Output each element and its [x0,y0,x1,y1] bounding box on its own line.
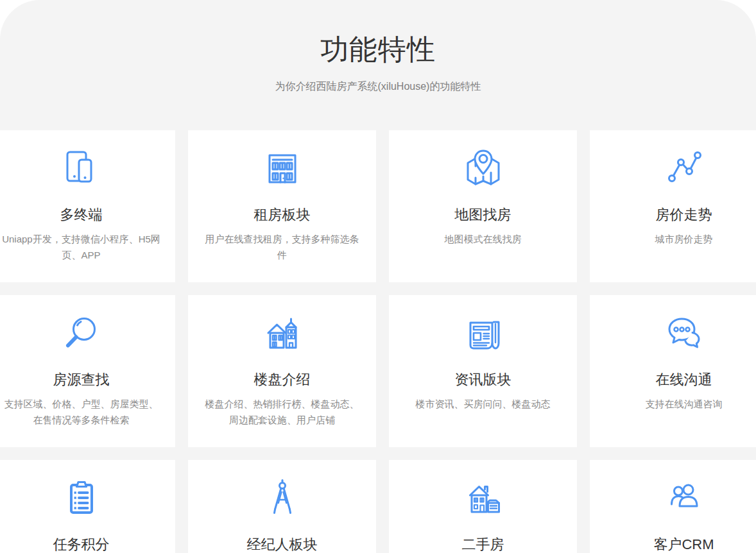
feature-title: 资讯版块 [389,372,577,387]
feature-card-secondhand-house: 二手房 [389,460,577,553]
feature-card-price-trend: 房价走势 城市房价走势 [590,130,756,282]
devices-icon [0,148,175,189]
feature-desc: 城市房价走势 [590,231,756,247]
feature-card-customer-crm: 客户CRM [590,460,756,553]
feature-desc: Uniapp开发，支持微信小程序、H5网页、APP [0,231,175,263]
house-icon [389,478,577,519]
section-subtitle: 为你介绍西陆房产系统(xiluHouse)的功能特性 [275,80,481,94]
feature-card-estate-intro: 楼盘介绍 楼盘介绍、热销排行榜、楼盘动态、周边配套设施、用户店铺 [188,295,376,447]
buildings-icon [188,313,376,354]
feature-title: 在线沟通 [590,372,756,387]
storefront-icon [188,148,376,189]
feature-title: 二手房 [389,537,577,552]
feature-title: 租房板块 [188,207,376,223]
feature-card-rental: 租房板块 用户在线查找租房，支持多种筛选条件 [188,130,376,282]
section-header: 功能特性 为你介绍西陆房产系统(xiluHouse)的功能特性 [0,0,756,130]
feature-card-map-search: 地图找房 地图模式在线找房 [389,130,577,282]
feature-title: 房价走势 [590,207,756,223]
compass-icon [188,478,376,519]
chat-bubbles-icon [590,313,756,354]
feature-card-listing-search: 房源查找 支持区域、价格、户型、房屋类型、在售情况等多条件检索 [0,295,175,447]
feature-desc: 地图模式在线找房 [389,231,577,247]
feature-card-online-chat: 在线沟通 支持在线沟通咨询 [590,295,756,447]
newspaper-icon [389,313,577,354]
people-icon [590,478,756,519]
feature-title: 楼盘介绍 [188,372,376,387]
feature-card-agent: 经纪人板块 [188,460,376,553]
features-section: 功能特性 为你介绍西陆房产系统(xiluHouse)的功能特性 多终端 Unia… [0,0,756,553]
feature-desc: 支持在线沟通咨询 [590,396,756,412]
feature-desc: 支持区域、价格、户型、房屋类型、在售情况等多条件检索 [0,396,175,428]
trend-chart-icon [590,148,756,189]
map-pin-icon [389,148,577,189]
search-icon [0,313,175,354]
feature-title: 经纪人板块 [188,537,376,552]
feature-card-task-points: 任务积分 [0,460,175,553]
feature-desc: 楼市资讯、买房问问、楼盘动态 [389,396,577,412]
feature-title: 多终端 [0,207,175,223]
feature-card-multi-terminal: 多终端 Uniapp开发，支持微信小程序、H5网页、APP [0,130,175,282]
feature-title: 地图找房 [389,207,577,223]
feature-title: 任务积分 [0,537,175,552]
feature-desc: 用户在线查找租房，支持多种筛选条件 [188,231,376,263]
section-title: 功能特性 [320,35,436,64]
feature-title: 房源查找 [0,372,175,387]
feature-title: 客户CRM [590,537,756,552]
feature-card-news: 资讯版块 楼市资讯、买房问问、楼盘动态 [389,295,577,447]
clipboard-icon [0,478,175,519]
features-grid: 多终端 Uniapp开发，支持微信小程序、H5网页、APP 租房板块 [0,130,756,553]
feature-desc: 楼盘介绍、热销排行榜、楼盘动态、周边配套设施、用户店铺 [188,396,376,428]
